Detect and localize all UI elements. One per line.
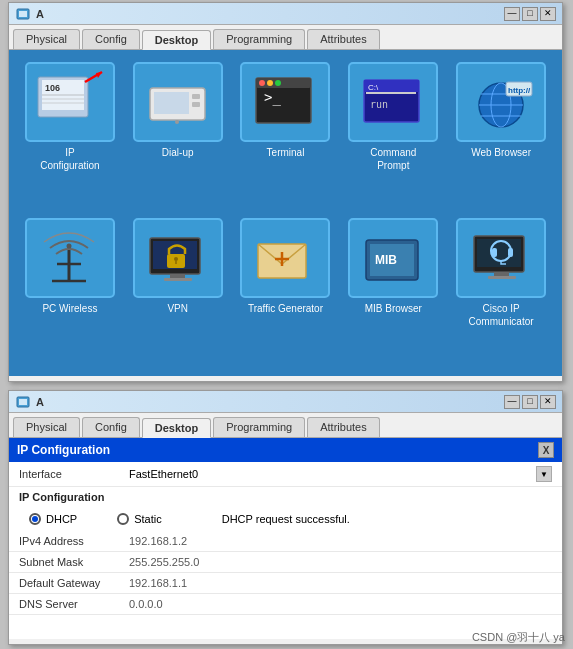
bottom-tab-desktop[interactable]: Desktop bbox=[142, 418, 211, 438]
static-radio[interactable] bbox=[117, 513, 129, 525]
ip-config-section-label: IP Configuration bbox=[9, 487, 562, 507]
top-window-controls: — □ ✕ bbox=[504, 7, 556, 21]
dialup-icon-box bbox=[133, 62, 223, 142]
window-icon bbox=[15, 6, 31, 22]
close-button[interactable]: ✕ bbox=[540, 7, 556, 21]
desktop-item-cmd[interactable]: run C:\ CommandPrompt bbox=[344, 62, 442, 208]
desktop-item-cisco[interactable]: Cisco IPCommunicator bbox=[452, 218, 550, 364]
gateway-label: Default Gateway bbox=[19, 577, 129, 589]
svg-rect-22 bbox=[366, 92, 416, 94]
dhcp-status: DHCP request successful. bbox=[222, 513, 350, 525]
traffic-label: Traffic Generator bbox=[248, 302, 323, 315]
interface-value-container[interactable]: FastEthernet0 ▼ bbox=[129, 466, 552, 482]
dns-row: DNS Server 0.0.0.0 bbox=[9, 594, 562, 615]
bottom-tab-programming[interactable]: Programming bbox=[213, 417, 305, 437]
svg-rect-53 bbox=[492, 248, 497, 257]
bottom-window-icon bbox=[15, 394, 31, 410]
mib-icon-box: MIB bbox=[348, 218, 438, 298]
watermark: CSDN @羽十八 ya bbox=[472, 630, 565, 645]
svg-text:C:\: C:\ bbox=[368, 83, 379, 92]
cmd-icon-box: run C:\ bbox=[348, 62, 438, 142]
dhcp-label: DHCP bbox=[46, 513, 77, 525]
dhcp-radio[interactable] bbox=[29, 513, 41, 525]
wireless-icon-box bbox=[25, 218, 115, 298]
interface-label: Interface bbox=[19, 468, 129, 480]
top-titlebar: A — □ ✕ bbox=[9, 3, 562, 25]
desktop-item-vpn[interactable]: VPN bbox=[129, 218, 227, 364]
terminal-icon-box: >_ bbox=[240, 62, 330, 142]
wireless-label: PC Wireless bbox=[42, 302, 97, 315]
desktop-item-browser[interactable]: http:// Web Browser bbox=[452, 62, 550, 208]
tab-desktop[interactable]: Desktop bbox=[142, 30, 211, 50]
bottom-window-title: A bbox=[36, 396, 504, 408]
terminal-label: Terminal bbox=[267, 146, 305, 159]
desktop-item-ip-config[interactable]: 106 IPConfiguration bbox=[21, 62, 119, 208]
svg-point-14 bbox=[175, 120, 179, 124]
svg-text:MIB: MIB bbox=[375, 253, 397, 267]
interface-dropdown-arrow[interactable]: ▼ bbox=[536, 466, 552, 482]
bottom-minimize-button[interactable]: — bbox=[504, 395, 520, 409]
svg-marker-9 bbox=[96, 72, 102, 78]
interface-row: Interface FastEthernet0 ▼ bbox=[9, 462, 562, 487]
mib-label: MIB Browser bbox=[365, 302, 422, 315]
desktop-item-dialup[interactable]: Dial-up bbox=[129, 62, 227, 208]
bottom-tab-bar: Physical Config Desktop Programming Attr… bbox=[9, 413, 562, 438]
top-tab-bar: Physical Config Desktop Programming Attr… bbox=[9, 25, 562, 50]
gateway-row: Default Gateway 192.168.1.1 bbox=[9, 573, 562, 594]
maximize-button[interactable]: □ bbox=[522, 7, 538, 21]
bottom-tab-config[interactable]: Config bbox=[82, 417, 140, 437]
vpn-icon-box bbox=[133, 218, 223, 298]
bottom-window-controls: — □ ✕ bbox=[504, 395, 556, 409]
tab-physical[interactable]: Physical bbox=[13, 29, 80, 49]
svg-rect-54 bbox=[508, 248, 513, 257]
cisco-label: Cisco IPCommunicator bbox=[469, 302, 534, 328]
svg-point-36 bbox=[67, 243, 72, 248]
tab-programming[interactable]: Programming bbox=[213, 29, 305, 49]
svg-rect-11 bbox=[154, 92, 189, 114]
desktop-item-mib[interactable]: MIB MIB Browser bbox=[344, 218, 442, 364]
subnet-value: 255.255.255.0 bbox=[129, 556, 552, 568]
subnet-row: Subnet Mask 255.255.255.0 bbox=[9, 552, 562, 573]
dns-label: DNS Server bbox=[19, 598, 129, 610]
desktop-item-terminal[interactable]: >_ Terminal bbox=[237, 62, 335, 208]
ipv4-label: IPv4 Address bbox=[19, 535, 129, 547]
svg-rect-12 bbox=[192, 94, 200, 99]
bottom-tab-attributes[interactable]: Attributes bbox=[307, 417, 379, 437]
svg-text:>_: >_ bbox=[264, 89, 281, 106]
ip-config-label: IPConfiguration bbox=[40, 146, 99, 172]
bottom-titlebar: A — □ ✕ bbox=[9, 391, 562, 413]
ipv4-value: 192.168.1.2 bbox=[129, 535, 552, 547]
cisco-icon-box bbox=[456, 218, 546, 298]
svg-text:http://: http:// bbox=[508, 86, 531, 95]
desktop-item-wireless[interactable]: PC Wireless bbox=[21, 218, 119, 364]
dhcp-static-row: DHCP Static DHCP request successful. bbox=[9, 507, 562, 531]
ip-config-content: IP Configuration X Interface FastEtherne… bbox=[9, 438, 562, 639]
ipv4-row: IPv4 Address 192.168.1.2 bbox=[9, 531, 562, 552]
ip-config-icon-box: 106 bbox=[25, 62, 115, 142]
browser-icon-box: http:// bbox=[456, 62, 546, 142]
vpn-label: VPN bbox=[167, 302, 188, 315]
subnet-label: Subnet Mask bbox=[19, 556, 129, 568]
svg-rect-1 bbox=[19, 11, 27, 17]
svg-rect-13 bbox=[192, 102, 200, 107]
bottom-maximize-button[interactable]: □ bbox=[522, 395, 538, 409]
dhcp-option[interactable]: DHCP bbox=[29, 513, 77, 525]
tab-attributes[interactable]: Attributes bbox=[307, 29, 379, 49]
interface-value: FastEthernet0 bbox=[129, 468, 198, 480]
svg-text:106: 106 bbox=[45, 83, 60, 93]
cmd-label: CommandPrompt bbox=[370, 146, 416, 172]
bottom-tab-physical[interactable]: Physical bbox=[13, 417, 80, 437]
static-option[interactable]: Static bbox=[117, 513, 162, 525]
traffic-icon-box bbox=[240, 218, 330, 298]
ip-config-header: IP Configuration X bbox=[9, 438, 562, 462]
tab-config[interactable]: Config bbox=[82, 29, 140, 49]
svg-rect-56 bbox=[488, 276, 516, 279]
top-window: A — □ ✕ Physical Config Desktop Programm… bbox=[8, 2, 563, 382]
desktop-grid: 106 IPConfiguration bbox=[9, 50, 562, 376]
desktop-item-traffic[interactable]: Traffic Generator bbox=[237, 218, 335, 364]
ip-config-close-btn[interactable]: X bbox=[538, 442, 554, 458]
minimize-button[interactable]: — bbox=[504, 7, 520, 21]
svg-point-19 bbox=[267, 80, 273, 86]
svg-text:run: run bbox=[370, 99, 388, 110]
bottom-close-button[interactable]: ✕ bbox=[540, 395, 556, 409]
